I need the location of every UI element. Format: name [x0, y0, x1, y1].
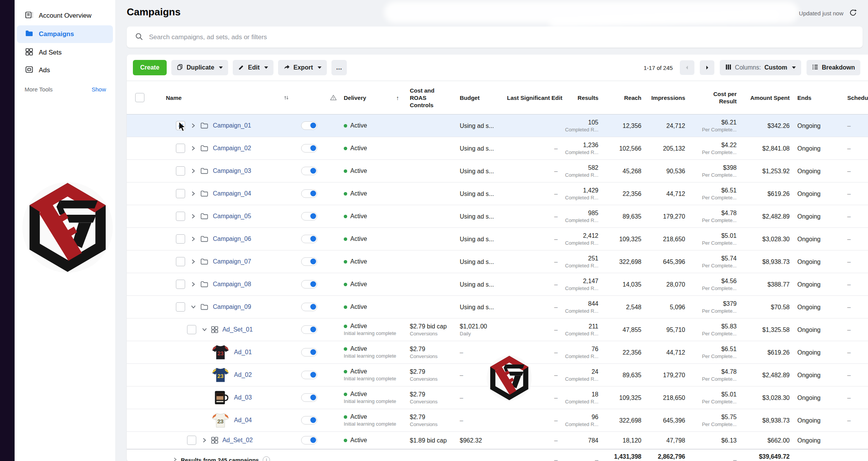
column-header-last-edit[interactable]: Last Significant Edit [507, 95, 562, 101]
search-bar[interactable]: Search campaigns, ad sets, ads or filter… [127, 27, 863, 48]
row-checkbox[interactable] [176, 234, 185, 244]
row-active-toggle[interactable] [301, 348, 317, 357]
table-row[interactable]: 23 Campaign_01 Active Using ad s... [127, 114, 868, 137]
table-row[interactable]: 23 Ad_Set_01 Active Initial learning com… [127, 318, 868, 341]
row-active-toggle[interactable] [301, 257, 317, 266]
create-button[interactable]: Create [133, 60, 167, 75]
row-name-link[interactable]: Ad_02 [234, 371, 252, 378]
info-icon[interactable]: i [263, 456, 270, 461]
column-header-delivery[interactable]: Delivery [344, 95, 366, 101]
row-checkbox[interactable] [176, 212, 185, 221]
refresh-icon[interactable] [849, 8, 857, 18]
expand-caret-icon[interactable] [191, 145, 196, 152]
table-row[interactable]: 23 Ad_Set_02 Active $1.89 bid cap $962.3… [127, 432, 868, 449]
table-row[interactable]: 23 Campaign_05 Active Using ad s... – [127, 205, 868, 228]
edit-button[interactable]: Edit [233, 60, 273, 75]
row-active-toggle[interactable] [301, 303, 317, 311]
expand-caret-icon[interactable] [191, 122, 196, 129]
show-link[interactable]: Show [91, 86, 106, 93]
row-active-toggle[interactable] [301, 280, 317, 289]
row-name-link[interactable]: Campaign_06 [213, 235, 251, 242]
columns-button[interactable]: Columns: Custom [720, 60, 801, 75]
row-checkbox[interactable] [176, 166, 185, 176]
row-active-toggle[interactable] [301, 325, 317, 334]
column-header-reach[interactable]: Reach [600, 95, 643, 101]
column-header-schedule[interactable]: Schedule [833, 95, 868, 101]
table-row[interactable]: 23 Campaign_07 Active Using ad s... – [127, 250, 868, 273]
expand-caret-icon[interactable] [191, 167, 196, 174]
row-checkbox[interactable] [176, 257, 185, 266]
column-header-results[interactable]: Results [562, 95, 600, 101]
expand-caret-icon[interactable] [191, 303, 196, 310]
select-all-checkbox[interactable] [135, 93, 144, 102]
column-header-cost-per-result[interactable]: Cost per Result [687, 90, 738, 105]
column-header-ends[interactable]: Ends [791, 95, 833, 101]
row-active-toggle[interactable] [301, 189, 317, 198]
row-active-toggle[interactable] [301, 144, 317, 153]
expand-caret-icon[interactable] [202, 326, 207, 333]
expand-caret-icon[interactable] [191, 190, 196, 197]
sidebar-item-account-overview[interactable]: Account Overview [15, 7, 115, 25]
table-row[interactable]: 23 Campaign_04 Active Using ad s... – [127, 182, 868, 205]
row-name-link[interactable]: Ad_03 [234, 394, 252, 401]
delivery-status: Active [350, 437, 367, 444]
duplicate-button[interactable]: Duplicate [171, 60, 228, 75]
expand-caret-icon[interactable] [191, 235, 196, 242]
footer-impressions: 2,862,796 [643, 453, 685, 460]
sidebar-item-ad-sets[interactable]: Ad Sets [15, 44, 115, 61]
row-name-link[interactable]: Campaign_09 [213, 303, 251, 310]
table-row[interactable]: 23 Campaign_02 Active Using ad s... – [127, 137, 868, 160]
expand-caret-icon[interactable] [191, 258, 196, 265]
row-active-toggle[interactable] [301, 393, 317, 402]
row-active-toggle[interactable] [301, 235, 317, 243]
row-name-link[interactable]: Ad_Set_02 [222, 437, 253, 444]
row-name-link[interactable]: Campaign_01 [213, 122, 251, 129]
row-name-link[interactable]: Campaign_08 [213, 281, 251, 288]
row-active-toggle[interactable] [301, 167, 317, 175]
column-header-amount-spent[interactable]: Amount Spent [738, 95, 791, 101]
row-active-toggle[interactable] [301, 416, 317, 425]
column-header-budget[interactable]: Budget [455, 95, 507, 101]
table-row[interactable]: 23 Campaign_09 Active Using ad s... – [127, 296, 868, 318]
row-active-toggle[interactable] [301, 436, 317, 444]
table-row[interactable]: 23 Campaign_08 Active Using ad s... – [127, 273, 868, 296]
row-checkbox[interactable] [176, 144, 185, 153]
row-name-link[interactable]: Ad_Set_01 [222, 326, 253, 333]
row-name-link[interactable]: Campaign_03 [213, 167, 251, 174]
column-header-impressions[interactable]: Impressions [643, 95, 687, 101]
export-button[interactable]: Export [278, 60, 327, 75]
row-name-link[interactable]: Campaign_05 [213, 213, 251, 220]
row-checkbox[interactable] [176, 302, 185, 312]
row-active-toggle[interactable] [301, 212, 317, 221]
row-name-link[interactable]: Campaign_04 [213, 190, 251, 197]
folder-icon [200, 121, 209, 130]
table-row[interactable]: 23 Campaign_06 Active Using ad s... – [127, 228, 868, 250]
prev-page-button[interactable] [680, 60, 694, 75]
row-name-link[interactable]: Ad_01 [234, 349, 252, 356]
more-actions-button[interactable]: … [331, 60, 347, 75]
footer-caret-icon[interactable] [173, 456, 177, 461]
row-name-link[interactable]: Campaign_02 [213, 145, 251, 152]
row-checkbox[interactable] [187, 436, 196, 445]
row-active-toggle[interactable] [301, 121, 317, 130]
column-header-name[interactable]: Name [166, 95, 182, 101]
ad-thumbnail-mug [212, 389, 229, 406]
row-checkbox[interactable] [176, 189, 185, 198]
status-dot [344, 393, 347, 396]
breakdown-button[interactable]: Breakdown [807, 60, 860, 75]
row-name-link[interactable]: Campaign_07 [213, 258, 251, 265]
table-row[interactable]: 23 Ad_04 Active Initial learning complet… [127, 409, 868, 432]
row-name-link[interactable]: Ad_04 [234, 417, 252, 424]
sort-icon[interactable] [284, 95, 289, 101]
expand-caret-icon[interactable] [191, 281, 196, 288]
row-checkbox[interactable] [187, 325, 196, 334]
sidebar-item-campaigns[interactable]: Campaigns [17, 25, 113, 43]
expand-caret-icon[interactable] [191, 213, 196, 220]
table-row[interactable]: 23 Campaign_03 Active Using ad s... – [127, 160, 868, 182]
sidebar-item-ads[interactable]: Ads [15, 61, 115, 79]
next-page-button[interactable] [700, 60, 714, 75]
expand-caret-icon[interactable] [202, 437, 207, 444]
row-checkbox[interactable] [176, 280, 185, 289]
row-active-toggle[interactable] [301, 371, 317, 379]
column-header-cost-roas[interactable]: Cost and ROAS Controls [405, 87, 455, 109]
